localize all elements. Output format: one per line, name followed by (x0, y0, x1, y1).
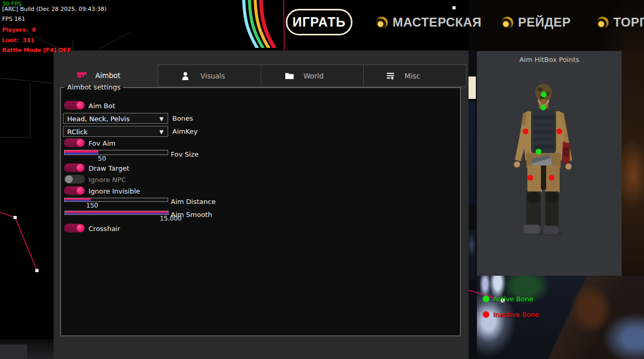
blue-glow (468, 230, 476, 279)
legend-active-bone: Active Bone (483, 295, 533, 303)
hitbox-point-right-thigh[interactable] (549, 175, 554, 181)
tab-label: Visuals (200, 72, 225, 80)
ignore-invisible-label: Ignore Invisible (89, 187, 140, 195)
menu-item-trade[interactable]: ТОРГО (597, 15, 644, 30)
slider-fill (65, 150, 98, 155)
hud-build-info: [ARC] Build (Dec 28 2025, 09:43:38) (2, 6, 107, 12)
draw-target-label: Draw Target (89, 164, 129, 172)
aim-bot-toggle[interactable] (64, 101, 85, 110)
rainbow-trail (225, 0, 285, 48)
tab-world[interactable]: World (261, 65, 364, 87)
bones-dropdown[interactable]: Head, Neck, Pelvis ▼ (63, 113, 168, 124)
aim-distance-label: Aim Distance (171, 198, 216, 206)
folder-icon (285, 71, 294, 81)
hud-players-count: Players: 8 (2, 27, 36, 33)
menu-item-label: МАСТЕРСКАЯ (393, 15, 482, 30)
menu-item-label: ТОРГО (613, 15, 644, 30)
fov-size-label: Fov Size (171, 150, 198, 158)
hud-fps: FPS 161 (2, 16, 25, 22)
menu-item-workshop[interactable]: МАСТЕРСКАЯ (376, 15, 482, 30)
hitbox-dots (477, 51, 622, 276)
game-scene-right-wall (622, 49, 644, 276)
legend-inactive-bone: Inactive Bone (483, 311, 539, 318)
hitbox-point-head[interactable] (541, 92, 547, 97)
hitbox-point-left-shoulder[interactable] (523, 129, 528, 134)
tab-label: World (304, 72, 324, 80)
fov-size-slider[interactable] (64, 150, 168, 155)
fov-size-value: 50 (90, 155, 115, 162)
coin-icon (376, 17, 388, 29)
ignore-npc-label: Ignore NPC (89, 176, 126, 184)
pistol-icon (77, 71, 86, 80)
hitbox-point-right-shoulder[interactable] (557, 129, 562, 134)
ignore-npc-toggle[interactable] (64, 175, 85, 184)
aim-smooth-slider[interactable] (65, 211, 169, 215)
legend-label: Active Bone (493, 295, 533, 303)
dark-window (468, 101, 475, 206)
ignore-invisible-toggle[interactable] (64, 186, 85, 195)
tab-label: Misc (405, 72, 420, 80)
game-floor-light (0, 344, 27, 359)
hitbox-point-neck[interactable] (540, 105, 546, 110)
aimbot-settings-group: Aimbot settings Aim Bot Head, Neck, Pelv… (60, 87, 461, 336)
hud-battle-mode: Battle Mode [F4] OFF (2, 47, 71, 54)
aimkey-dropdown[interactable]: RClick ▼ (63, 126, 168, 137)
red-dot-icon (483, 311, 489, 318)
tab-misc[interactable]: Misc (363, 65, 466, 87)
chevron-down-icon: ▼ (159, 126, 163, 137)
coin-icon (501, 17, 513, 29)
green-dot-icon (483, 296, 489, 302)
fov-aim-toggle[interactable] (64, 138, 85, 147)
legend-label: Inactive Bone (493, 311, 539, 318)
menu-item-raider[interactable]: РЕЙДЕР (501, 15, 571, 30)
aim-distance-value: 150 (80, 202, 105, 209)
group-title: Aimbot settings (65, 83, 123, 91)
aimkey-value: RClick (67, 128, 87, 136)
person-icon (181, 71, 190, 81)
hitbox-point-pelvis[interactable] (536, 149, 541, 155)
hitbox-point-left-thigh[interactable] (527, 175, 533, 181)
aim-bot-label: Aim Bot (89, 102, 115, 110)
tab-aimbot[interactable]: Aimbot (77, 68, 120, 83)
aimkey-label: AimKey (172, 127, 198, 135)
aim-smooth-label: Aim Smooth (171, 211, 212, 219)
play-button[interactable]: ИГРАТЬ (286, 9, 352, 35)
lit-wall (468, 76, 476, 99)
chevron-down-icon: ▼ (159, 113, 163, 124)
crosshair-label: Crosshair (89, 225, 120, 233)
bones-label: Bones (172, 114, 193, 122)
hitbox-panel: Aim HitBox Points (477, 51, 622, 276)
sliders-icon (386, 71, 395, 81)
hud-loot-count: Loot: 331 (2, 37, 34, 44)
game-scene-gap (468, 50, 477, 359)
fov-aim-label: Fov Aim (89, 139, 116, 147)
bones-value: Head, Neck, Pelvis (67, 115, 130, 123)
coin-icon (597, 17, 609, 29)
cheat-menu-panel: Aimbot Visuals World (54, 50, 469, 359)
menu-item-label: РЕЙДЕР (518, 15, 571, 30)
tab-visuals[interactable]: Visuals (158, 65, 261, 87)
crosshair-toggle[interactable] (64, 224, 85, 233)
slider-fill (65, 211, 168, 214)
tab-label: Aimbot (95, 71, 120, 80)
slider-fill (65, 198, 91, 201)
esp-dot (452, 6, 456, 9)
aim-distance-slider[interactable] (64, 198, 168, 202)
draw-target-toggle[interactable] (64, 163, 85, 172)
